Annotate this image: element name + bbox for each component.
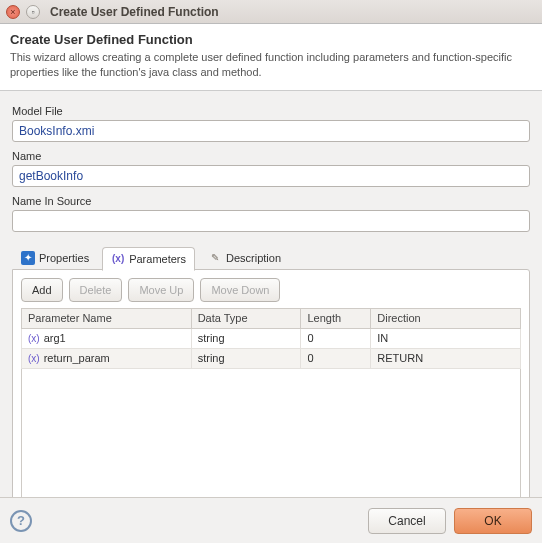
tab-parameters[interactable]: (x) Parameters [102, 247, 195, 271]
description-icon: ✎ [208, 251, 222, 265]
ok-button[interactable]: OK [454, 508, 532, 534]
titlebar: × ▫ Create User Defined Function [0, 0, 542, 24]
cell-length: 0 [301, 328, 371, 348]
col-data-type[interactable]: Data Type [191, 308, 301, 328]
model-file-label: Model File [12, 105, 530, 117]
name-input[interactable] [12, 165, 530, 187]
wizard-body: Model File Name Name In Source ✦ Propert… [0, 91, 542, 518]
window-title: Create User Defined Function [50, 5, 219, 19]
table-empty-area [21, 369, 521, 505]
cancel-button[interactable]: Cancel [368, 508, 446, 534]
cell-name: arg1 [44, 332, 66, 344]
tab-bar: ✦ Properties (x) Parameters ✎ Descriptio… [12, 246, 530, 270]
tab-parameters-label: Parameters [129, 253, 186, 265]
tab-description[interactable]: ✎ Description [199, 246, 290, 270]
cell-length: 0 [301, 348, 371, 368]
wizard-header: Create User Defined Function This wizard… [0, 24, 542, 91]
delete-button: Delete [69, 278, 123, 302]
dialog-footer: ? Cancel OK [0, 497, 542, 543]
model-file-input[interactable] [12, 120, 530, 142]
parameter-icon: (x) [28, 353, 40, 364]
properties-icon: ✦ [21, 251, 35, 265]
col-parameter-name[interactable]: Parameter Name [22, 308, 192, 328]
cell-type: string [191, 328, 301, 348]
cell-name: return_param [44, 352, 110, 364]
help-icon[interactable]: ? [10, 510, 32, 532]
parameters-table[interactable]: Parameter Name Data Type Length Directio… [21, 308, 521, 369]
name-label: Name [12, 150, 530, 162]
tab-content-parameters: Add Delete Move Up Move Down Parameter N… [12, 269, 530, 514]
move-down-button: Move Down [200, 278, 280, 302]
cell-direction: IN [371, 328, 521, 348]
tab-properties[interactable]: ✦ Properties [12, 246, 98, 270]
tab-properties-label: Properties [39, 252, 89, 264]
parameter-icon: (x) [28, 333, 40, 344]
name-in-source-input[interactable] [12, 210, 530, 232]
cell-direction: RETURN [371, 348, 521, 368]
table-row[interactable]: (x)arg1 string 0 IN [22, 328, 521, 348]
header-description: This wizard allows creating a complete u… [10, 50, 532, 80]
cell-type: string [191, 348, 301, 368]
header-title: Create User Defined Function [10, 32, 532, 47]
table-row[interactable]: (x)return_param string 0 RETURN [22, 348, 521, 368]
name-in-source-label: Name In Source [12, 195, 530, 207]
col-direction[interactable]: Direction [371, 308, 521, 328]
parameter-button-row: Add Delete Move Up Move Down [21, 278, 521, 302]
tab-description-label: Description [226, 252, 281, 264]
col-length[interactable]: Length [301, 308, 371, 328]
move-up-button: Move Up [128, 278, 194, 302]
close-icon[interactable]: × [6, 5, 20, 19]
minimize-icon[interactable]: ▫ [26, 5, 40, 19]
add-button[interactable]: Add [21, 278, 63, 302]
parameters-icon: (x) [111, 252, 125, 266]
